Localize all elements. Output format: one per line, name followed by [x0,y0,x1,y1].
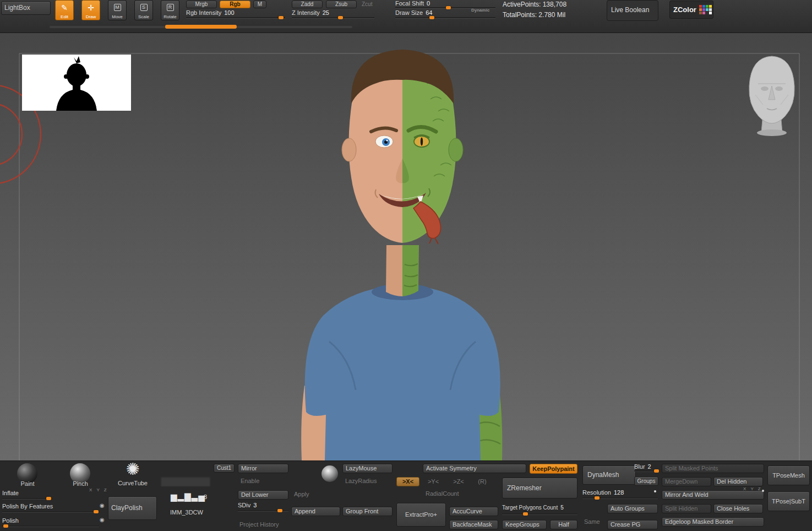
draw-size-handle[interactable] [429,16,434,19]
top-scroll-thumb[interactable] [165,25,237,29]
polish-slider[interactable]: Polish [2,517,99,527]
active-points-readout: ActivePoints: 138,708 [503,1,566,8]
inflate-handle[interactable] [46,497,51,500]
extractpro-button[interactable]: ExtractPro+ [396,503,446,527]
m-button[interactable]: M [253,1,266,8]
rgb-intensity-value: 100 [224,9,234,16]
del-lower-button[interactable]: Del Lower [238,490,288,500]
focal-shift-slider[interactable]: Focal Shift0 [395,0,495,8]
draw-size-label: Draw Size [395,9,423,16]
live-boolean-button[interactable]: Live Boolean [607,0,658,21]
edit-tool-button[interactable]: ✎ Edit [55,0,74,20]
z-intensity-label: Z Intensity [292,9,320,16]
lazymouse-button[interactable]: LazyMouse [342,464,393,473]
tpose-subt-button[interactable]: TPose|SubT [767,491,810,511]
focal-shift-label: Focal Shift [395,0,424,7]
imm-brush-icon[interactable]: ▆▂▇▃▅ [171,492,199,506]
scale-tool-label: Scale [138,14,149,19]
activate-symmetry-button[interactable]: Activate Symmetry [423,464,526,473]
blur-label: Blur [634,463,645,470]
zsub-button[interactable]: Zsub [326,1,357,8]
target-polygons-value: 5 [560,505,564,511]
rgb-button[interactable]: Rgb [220,1,250,8]
draw-size-value: 64 [426,9,432,16]
crease-pg-button[interactable]: Crease PG [607,520,658,529]
edgeloop-masked-border-button[interactable]: Edgeloop Masked Border [662,517,764,527]
draw-tool-button[interactable]: ✛ Draw [81,0,100,20]
reference-head [749,56,794,136]
symmetry-x-button[interactable]: >X< [396,477,419,486]
lightbox-button[interactable]: LightBox [1,1,51,15]
scale-tool-button[interactable]: S Scale [134,0,153,20]
half-button[interactable]: Half [550,520,577,529]
left-ear [342,138,356,161]
rgb-intensity-slider[interactable]: Rgb Intensity100 [186,9,285,18]
auto-groups-button[interactable]: Auto Groups [607,504,658,513]
radialcount-slider-disabled: RadialCount [423,490,462,498]
pinch-brush-label: Pinch [64,480,97,487]
resolution-slider[interactable]: Resolution128 [582,489,658,499]
polish-by-features-handle[interactable] [94,510,99,513]
group-front-button[interactable]: Group Front [342,507,393,516]
sdiv-slider[interactable]: SDiv3 [238,502,288,511]
blur-handle[interactable] [654,469,659,473]
thumbnail-silhouette [22,55,131,111]
claypolish-button[interactable]: ClayPolish [108,496,157,520]
inflate-slider[interactable]: Inflate [2,490,51,499]
groups-button[interactable]: Groups [634,476,658,486]
symmetry-z-button[interactable]: >Z< [448,478,470,486]
symmetry-radial-button[interactable]: (R) [473,478,492,486]
total-points-readout: TotalPoints: 2.780 Mil [503,11,565,19]
imm-count: 8 [204,494,207,500]
draw-tool-label: Draw [86,14,96,19]
zcolor-button[interactable]: ZColor [669,1,713,19]
document-thumbnail[interactable] [22,55,131,111]
mirror-weld-indicator-dot [762,490,764,492]
sphere-preview-icon[interactable] [321,465,338,482]
backfacemask-button[interactable]: BackfaceMask [449,520,498,529]
edit-icon: ✎ [61,1,68,14]
tposemesh-button[interactable]: TPoseMesh [767,465,810,485]
model-human-lizard-bust[interactable] [301,50,502,460]
apply-button-disabled: Apply [291,490,312,499]
mirror-and-weld-button[interactable]: Mirror And Weld [662,490,764,500]
rotate-tool-button[interactable]: R Rotate [161,0,179,20]
draw-size-slider[interactable]: Draw Size64 [395,9,495,18]
symmetry-y-button[interactable]: >Y< [422,478,444,486]
mirror-button[interactable]: Mirror [238,464,288,473]
cust1-button[interactable]: Cust1 [214,464,235,473]
zadd-button[interactable]: Zadd [292,1,323,8]
dynamesh-button[interactable]: DynaMesh [582,465,636,485]
zremesher-button[interactable]: ZRemesher [502,478,577,499]
polish-mode-icon[interactable]: ◉ [100,517,105,523]
blur-slider[interactable]: Blur2 [634,463,658,472]
rgb-intensity-handle[interactable] [279,16,284,19]
accucurve-button[interactable]: AccuCurve [449,507,498,516]
z-intensity-slider[interactable]: Z Intensity25 [292,9,374,18]
move-tool-button[interactable]: M Move [108,0,127,20]
polish-by-features-slider[interactable]: Polish By Features [2,503,99,512]
polish-handle[interactable] [3,524,8,528]
resolution-handle[interactable] [595,496,600,500]
curvetube-brush-icon[interactable]: ✺ [122,459,144,479]
target-polygons-slider[interactable]: Target Polygons Count5 [502,505,577,514]
keep-polypaint-button[interactable]: KeepPolypaint [530,464,577,474]
z-intensity-handle[interactable] [338,16,343,19]
mrgb-button[interactable]: Mrgb [186,1,217,8]
canvas-3d-viewport[interactable] [0,33,812,460]
model-shirt [305,287,500,460]
polish-track [2,525,99,527]
zbrush-window: LightBox ✎ Edit ✛ Draw M Move S Scale R … [0,0,812,531]
close-holes-button[interactable]: Close Holes [713,504,763,513]
keepgroups-button[interactable]: KeepGroups [502,520,547,529]
polish-by-features-label: Polish By Features [2,503,53,510]
neck-lizard-half [402,245,419,296]
same-button[interactable]: Same [581,518,603,526]
sdiv-handle[interactable] [277,509,282,512]
append-button[interactable]: Append [291,507,340,516]
target-polygons-handle[interactable] [523,512,528,516]
polish-by-features-mode-icon[interactable]: ◉ [100,503,105,508]
del-hidden-button[interactable]: Del Hidden [713,477,763,486]
neck-human-half [386,245,402,296]
inflate-track [2,498,51,499]
